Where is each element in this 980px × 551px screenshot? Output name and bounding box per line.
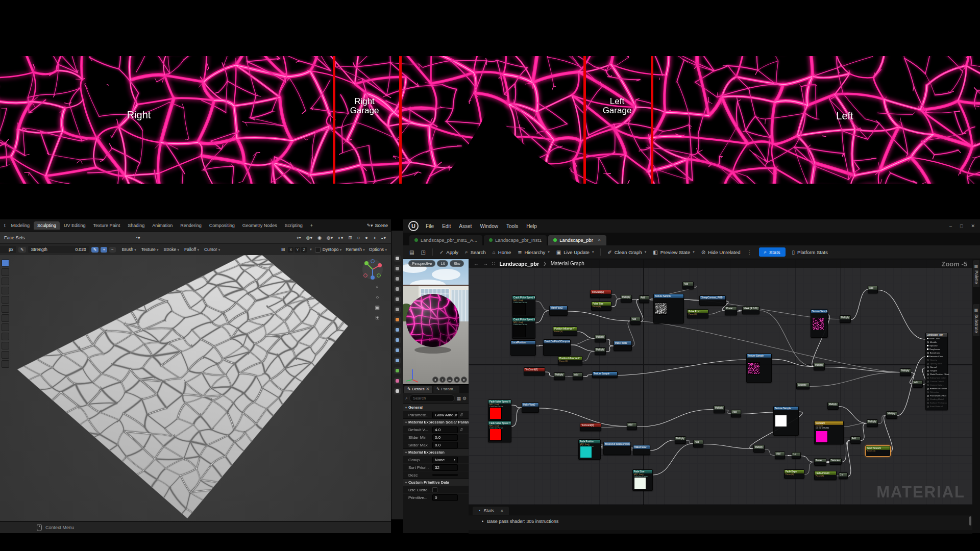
subtract-button[interactable]: − xyxy=(109,247,116,253)
menu-file[interactable]: File xyxy=(426,223,434,229)
workspace-tab-uv-editing[interactable]: UV Editing xyxy=(60,221,89,230)
scene-selector[interactable]: Scene xyxy=(375,223,388,228)
section-material-expression[interactable]: ▾Material Expression xyxy=(403,448,469,456)
output-pin-front-material[interactable]: Front Material xyxy=(926,405,947,408)
workspace-tab-fragment[interactable]: t xyxy=(3,222,7,229)
menu-asset[interactable]: Asset xyxy=(459,223,472,229)
dyntopo-checkbox[interactable] xyxy=(315,247,321,253)
ortho-toggle-icon[interactable]: ⊞ xyxy=(375,315,380,320)
toolbar-overflow[interactable]: ⋮ xyxy=(747,249,752,255)
strength-slider[interactable]: Strength0.020 xyxy=(28,246,89,253)
camera-view-icon[interactable]: ▣ xyxy=(375,305,380,310)
scene-tab[interactable] xyxy=(394,296,401,303)
forward-button[interactable]: → xyxy=(483,261,488,266)
graph-node[interactable]: Pulse SizeParam (S) xyxy=(591,302,611,311)
material-preview-viewport[interactable]: ≡PerspectiveLitSho ▮●▬■◆ xyxy=(403,259,469,385)
graph-node[interactable]: Add xyxy=(693,440,703,447)
graph-node[interactable]: MakeFloat2 xyxy=(633,445,650,455)
graph-node[interactable]: TexCoord[0] xyxy=(580,423,601,431)
text-field[interactable] xyxy=(432,474,458,476)
graph-node[interactable]: Crack Pulse Speed XMPC_CrackCollection P… xyxy=(512,295,535,317)
checkbox[interactable] xyxy=(432,487,437,492)
viewport-menu-icon[interactable]: ≡ xyxy=(404,261,407,266)
workspace-tab-texture-paint[interactable]: Texture Paint xyxy=(90,221,124,230)
graph-node[interactable]: Multiply xyxy=(900,368,911,376)
graph-node[interactable]: Texture Sample xyxy=(653,294,684,323)
output-pin-world-position-offset[interactable]: World Position Offset xyxy=(926,372,947,376)
output-pin-specular[interactable]: Specular xyxy=(926,344,947,347)
graph-node[interactable]: Multiply xyxy=(886,411,897,419)
workspace-tab-animation[interactable]: Animation xyxy=(149,221,176,230)
sculpt-brush-4[interactable] xyxy=(2,287,9,294)
asset-tab-landscape-pbr[interactable]: Landscape_pbr✕ xyxy=(548,235,606,245)
graph-node[interactable]: Texture Sample xyxy=(773,406,799,436)
shading-rendered-icon[interactable]: ◒▾ xyxy=(380,235,387,241)
object-tab[interactable] xyxy=(394,316,401,323)
text-field[interactable]: 4.0 xyxy=(432,427,458,433)
graph-node[interactable]: Power xyxy=(814,458,826,466)
particles-tab[interactable] xyxy=(394,337,401,343)
workspace-tab-geometry-nodes[interactable]: Geometry Nodes xyxy=(239,221,281,230)
blender-viewport[interactable]: ⌕ ○ ▣ ⊞ xyxy=(0,255,391,521)
remesh-dropdown[interactable]: Remesh ▾ xyxy=(346,247,365,252)
graph-node[interactable]: Mask (R G B) xyxy=(742,306,760,314)
preview-cube-button[interactable]: ■ xyxy=(454,377,460,383)
sculpt-brush-9[interactable] xyxy=(2,333,9,340)
graph-node[interactable]: Add xyxy=(775,452,785,459)
graph-node[interactable]: Power xyxy=(725,306,737,315)
graph-node[interactable]: Fade ExpoParam (S) xyxy=(784,469,804,479)
workspace-tab-+[interactable]: + xyxy=(307,221,316,230)
output-pin-emissive-color[interactable]: Emissive Color xyxy=(926,355,947,358)
mirror-axis-x[interactable]: X xyxy=(288,247,293,253)
view-layer-tab[interactable] xyxy=(394,286,401,292)
output-pin-normal[interactable]: Normal xyxy=(926,365,947,369)
text-field[interactable]: 0.0 xyxy=(432,442,458,448)
graph-node[interactable]: Multiply xyxy=(595,347,606,355)
graph-node[interactable]: Saturate xyxy=(796,383,810,389)
graph-node[interactable]: ConstantConstant1.0 0.0 0.980344 xyxy=(814,421,844,444)
sculpt-brush-1[interactable] xyxy=(2,259,9,267)
graph-node[interactable]: Multiply xyxy=(621,295,632,303)
graph-node[interactable]: Fade Noise Speed YMPC_CrackCollection Pa… xyxy=(488,421,511,442)
graph-node[interactable]: Glow AmountParam (S) xyxy=(866,446,890,456)
preview-cylinder-button[interactable]: ▮ xyxy=(432,377,438,383)
maximize-button[interactable]: □ xyxy=(960,223,963,229)
clean-graph-button[interactable]: ✐Clean Graph▾ xyxy=(607,249,646,255)
graph-node[interactable]: Multiply xyxy=(753,445,765,453)
output-pin-custom-data-1[interactable]: Custom Data 1 xyxy=(926,383,947,387)
save-icon[interactable]: ▤ xyxy=(409,249,414,255)
graph-node[interactable]: Pulse ExpoParam (S) xyxy=(687,309,708,318)
graph-node[interactable]: Position Influence ZParam (S) xyxy=(558,356,582,365)
close-button[interactable]: ✕ xyxy=(971,223,975,229)
shading-material-icon[interactable]: ◑ xyxy=(372,235,377,241)
sculpt-brush-6[interactable] xyxy=(2,305,9,313)
search-button[interactable]: ⌕Search xyxy=(465,249,486,255)
graph-node[interactable]: Add xyxy=(682,282,694,289)
close-icon[interactable]: ✕ xyxy=(500,509,504,513)
brush-dropdown[interactable]: Brush ▾ xyxy=(122,247,136,252)
sculpt-brush-2[interactable] xyxy=(2,268,9,276)
zoom-icon[interactable]: ⌕ xyxy=(375,284,380,290)
viewport-chip-lit[interactable]: Lit xyxy=(437,260,448,267)
graph-node[interactable]: Texture Sample xyxy=(746,354,772,383)
graph-node[interactable]: Multiply xyxy=(827,402,839,410)
workspace-tab-scripting[interactable]: Scripting xyxy=(281,221,306,230)
graph-node[interactable]: Fade SizeMPC_CrackCollection Param xyxy=(632,469,653,491)
sculpt-brush-8[interactable] xyxy=(2,323,9,331)
output-pin-ambient-occlusion[interactable]: Ambient Occlusion xyxy=(926,387,947,390)
back-button[interactable]: ← xyxy=(474,261,479,266)
close-icon[interactable]: ✕ xyxy=(598,238,601,242)
graph-node[interactable]: Multiply xyxy=(714,406,725,413)
select-field[interactable]: None▾ xyxy=(432,457,458,463)
graph-node[interactable]: Add xyxy=(913,380,923,388)
mirror-axis-y[interactable]: Y xyxy=(295,247,300,253)
visibility-icon[interactable]: ◍▾ xyxy=(326,235,334,241)
text-field[interactable]: Glow Amoun xyxy=(432,412,458,418)
graph-node[interactable]: CheapContrast_RGB xyxy=(699,295,726,306)
overlays-icon[interactable]: ◐▾ xyxy=(337,235,344,241)
asset-tab-landscape-pbr-inst1-a-[interactable]: Landscape_pbr_Inst1_A... xyxy=(409,235,482,245)
xray-icon[interactable]: ⊞ xyxy=(347,235,353,241)
add-button[interactable]: + xyxy=(101,247,107,253)
graph-node[interactable]: Add xyxy=(573,372,583,380)
workspace-tab-shading[interactable]: Shading xyxy=(124,221,148,230)
